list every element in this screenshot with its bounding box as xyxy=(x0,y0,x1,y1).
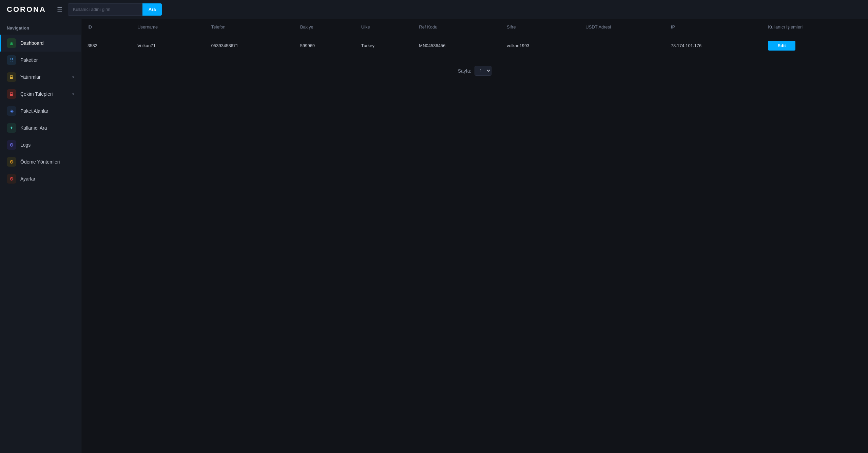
sidebar-item-label-odeme: Ödeme Yöntemleri xyxy=(20,159,60,165)
yatirimlar-icon: 🖥 xyxy=(7,72,16,82)
topbar: CORONA ☰ Ara xyxy=(0,0,868,19)
page-select[interactable]: 1 xyxy=(475,66,491,76)
col-header-ip: IP xyxy=(665,19,762,35)
sidebar-item-kullanici-ara[interactable]: ✦Kullanıcı Ara xyxy=(0,119,81,136)
sidebar-item-label-yatirimlar: Yatırımlar xyxy=(20,74,41,80)
col-header-ref-kodu: Ref Kodu xyxy=(413,19,501,35)
cekim-talepleri-icon: 🖥 xyxy=(7,89,16,99)
sidebar-item-dashboard[interactable]: ⊞Dashboard xyxy=(0,35,81,52)
sidebar-item-label-cekim-talepleri: Çekim Talepleri xyxy=(20,91,53,97)
sidebar-item-yatirimlar[interactable]: 🖥Yatırımlar▾ xyxy=(0,69,81,86)
sidebar-item-logs[interactable]: ⚙Logs xyxy=(0,136,81,153)
col-header-telefon: Telefon xyxy=(205,19,294,35)
users-table-wrapper: IDUsernameTelefonBakiyeÜlkeRef KoduSifre… xyxy=(81,19,868,56)
sidebar-item-ayarlar[interactable]: ⚙Ayarlar xyxy=(0,170,81,187)
col-header-id: ID xyxy=(81,19,131,35)
cell-username: Volkan71 xyxy=(131,35,205,56)
cell-ülke: Turkey xyxy=(355,35,413,56)
table-row: 3582Volkan7105393458671599969TurkeyMN045… xyxy=(81,35,868,56)
sidebar-item-label-dashboard: Dashboard xyxy=(20,40,44,46)
chevron-down-icon-cekim-talepleri: ▾ xyxy=(72,92,74,96)
hamburger-icon[interactable]: ☰ xyxy=(57,6,62,13)
paketler-icon: ⠿ xyxy=(7,55,16,65)
sidebar-item-paket-alanlar[interactable]: ◈Paket Alanlar xyxy=(0,102,81,119)
col-header-sifre: Sifre xyxy=(501,19,579,35)
chevron-down-icon-yatirimlar: ▾ xyxy=(72,75,74,79)
kullanici-ara-icon: ✦ xyxy=(7,123,16,133)
sidebar-item-label-kullanici-ara: Kullanıcı Ara xyxy=(20,125,47,131)
odeme-icon: ⚙ xyxy=(7,157,16,167)
search-bar: Ara xyxy=(68,3,162,16)
col-header-kullanıcı-i̇şlemleri: Kullanıcı İşlemleri xyxy=(762,19,868,35)
col-header-usdt-adresi: USDT Adresi xyxy=(579,19,664,35)
pagination-label: Sayfa: xyxy=(458,68,471,74)
layout: Navigation ⊞Dashboard⠿Paketler🖥Yatırımla… xyxy=(0,19,868,453)
sidebar-item-label-paket-alanlar: Paket Alanlar xyxy=(20,108,49,114)
sidebar-item-label-logs: Logs xyxy=(20,142,31,148)
sidebar-item-odeme[interactable]: ⚙Ödeme Yöntemleri xyxy=(0,153,81,170)
dashboard-icon: ⊞ xyxy=(7,38,16,48)
edit-button[interactable]: Edit xyxy=(768,41,795,51)
cell-sifre: volkan1993 xyxy=(501,35,579,56)
cell-bakiye: 599969 xyxy=(294,35,355,56)
cell-ref-kodu: MN04536456 xyxy=(413,35,501,56)
sidebar-item-label-paketler: Paketler xyxy=(20,57,38,63)
cell-telefon: 05393458671 xyxy=(205,35,294,56)
nav-label: Navigation xyxy=(0,26,81,35)
main-content: IDUsernameTelefonBakiyeÜlkeRef KoduSifre… xyxy=(81,19,868,453)
sidebar-item-cekim-talepleri[interactable]: 🖥Çekim Talepleri▾ xyxy=(0,86,81,102)
col-header-ülke: Ülke xyxy=(355,19,413,35)
col-header-username: Username xyxy=(131,19,205,35)
paket-alanlar-icon: ◈ xyxy=(7,106,16,116)
cell-usdt-adresi xyxy=(579,35,664,56)
sidebar-item-paketler[interactable]: ⠿Paketler xyxy=(0,52,81,69)
search-input[interactable] xyxy=(68,3,142,16)
logs-icon: ⚙ xyxy=(7,140,16,150)
pagination: Sayfa: 1 xyxy=(81,56,868,85)
sidebar-item-label-ayarlar: Ayarlar xyxy=(20,176,35,182)
sidebar: Navigation ⊞Dashboard⠿Paketler🖥Yatırımla… xyxy=(0,19,81,453)
app-logo: CORONA xyxy=(7,5,46,14)
cell-ip: 78.174.101.176 xyxy=(665,35,762,56)
ayarlar-icon: ⚙ xyxy=(7,174,16,184)
cell-id: 3582 xyxy=(81,35,131,56)
users-table: IDUsernameTelefonBakiyeÜlkeRef KoduSifre… xyxy=(81,19,868,56)
search-button[interactable]: Ara xyxy=(142,3,162,16)
col-header-bakiye: Bakiye xyxy=(294,19,355,35)
cell-action: Edit xyxy=(762,35,868,56)
